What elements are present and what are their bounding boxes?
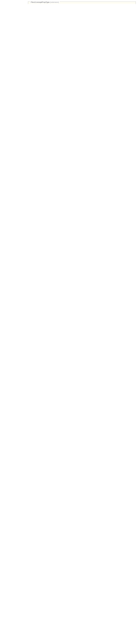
extension-frame: Flex1ConceptPropType (extension) − attri…	[28, 2, 136, 4]
extension-title: Flex1ConceptPropType (extension)	[30, 1, 60, 3]
diagram-canvas: subject An important topic of the conten…	[0, 0, 140, 4]
